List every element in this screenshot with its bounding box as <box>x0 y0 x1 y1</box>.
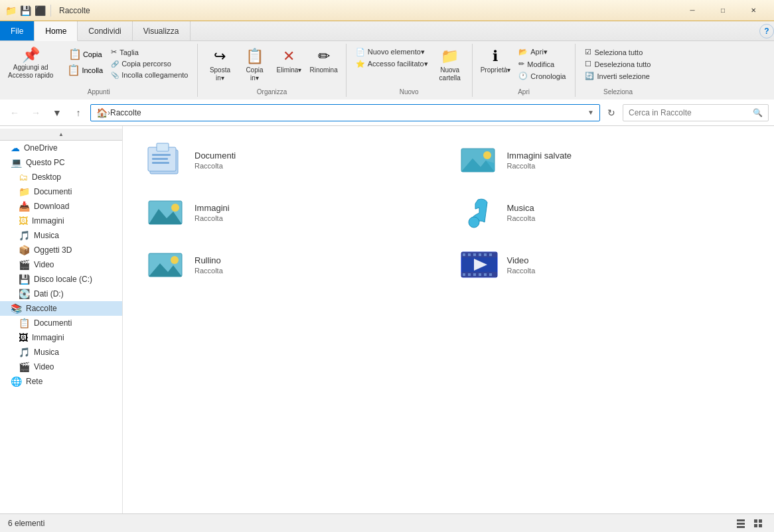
ribbon-items-organizza: ↪ Spostain▾ 📋 Copiain▾ ✕ Elimina▾ ✏ Rino… <box>203 44 340 87</box>
ribbon-group-appunti: 📌 Aggiungi adAccesso rapido 📋 Copia 📋 In… <box>0 44 198 97</box>
tab-home[interactable]: Home <box>35 21 78 41</box>
address-dropdown-btn[interactable]: ▼ <box>587 109 594 116</box>
documenti-icon: 📁 <box>19 186 30 197</box>
aggiungi-label: Aggiungi adAccesso rapido <box>8 64 53 80</box>
apri-col: 📂 Apri▾ ✏ Modifica 🕐 Cronologia <box>514 46 570 82</box>
copia-percorso-btn[interactable]: 🔗 Copia percorso <box>107 58 192 69</box>
large-icons-view-btn[interactable] <box>750 515 766 531</box>
svg-rect-29 <box>479 273 481 276</box>
title-text: Raccolte <box>59 6 673 15</box>
invert-icon: 🔄 <box>585 72 594 80</box>
sidebar-item-musica[interactable]: 🎵 Musica <box>0 228 122 243</box>
onedrive-icon: ☁ <box>11 143 20 153</box>
details-view-btn[interactable] <box>733 515 749 531</box>
elimina-btn[interactable]: ✕ Elimina▾ <box>272 46 305 76</box>
aggiungi-accesso-btn[interactable]: 📌 Aggiungi adAccesso rapido <box>5 46 56 81</box>
sidebar-item-disco-c[interactable]: 💾 Disco locale (C:) <box>0 272 122 287</box>
svg-rect-27 <box>468 273 471 276</box>
search-input[interactable] <box>629 108 750 117</box>
deseleziona-tutto-btn[interactable]: ☐ Deseleziona tutto <box>581 58 655 70</box>
sidebar-item-raccolte-documenti[interactable]: 📋 Documenti <box>0 316 122 330</box>
ribbon-group-organizza: ↪ Spostain▾ 📋 Copiain▾ ✕ Elimina▾ ✏ Rino… <box>198 44 346 97</box>
recent-locations-button[interactable]: ▼ <box>48 103 66 122</box>
rinomina-btn[interactable]: ✏ Rinomina <box>307 46 340 76</box>
documenti-name: Documenti <box>194 151 236 161</box>
documenti-collection-icon <box>147 142 187 178</box>
sidebar-item-download[interactable]: 📥 Download <box>0 199 122 214</box>
scroll-up-btn[interactable]: ▲ <box>0 129 122 141</box>
apri-btn[interactable]: 📂 Apri▾ <box>514 46 570 58</box>
address-bar[interactable]: 🏠 › Raccolte ▼ <box>90 104 600 121</box>
nuovo-elemento-btn[interactable]: 📄 Nuovo elemento▾ <box>352 46 432 58</box>
sidebar-item-desktop[interactable]: 🗂 Desktop <box>0 170 122 184</box>
incolla-collegamento-btn[interactable]: 📎 Incolla collegamento <box>107 70 192 80</box>
video-name: Video <box>507 255 536 265</box>
accesso-facilitato-btn[interactable]: ⭐ Accesso facilitato▾ <box>352 58 432 70</box>
close-button[interactable]: ✕ <box>738 0 769 21</box>
collection-immagini-salvate[interactable]: Immagini salvate Raccolta <box>451 137 759 184</box>
musica-icon: 🎵 <box>19 230 30 241</box>
svg-rect-22 <box>473 253 476 256</box>
sidebar-item-raccolte[interactable]: 📚 Raccolte <box>0 301 122 316</box>
desktop-icon: 🗂 <box>19 172 28 182</box>
proprieta-btn[interactable]: ℹ Proprietà▾ <box>478 46 514 76</box>
collection-rullino[interactable]: Rullino Raccolta <box>139 241 446 289</box>
tab-help[interactable]: ? <box>759 24 774 38</box>
collection-video[interactable]: Video Raccolta <box>451 241 759 289</box>
back-button[interactable]: ← <box>5 103 24 122</box>
raccolte-label: Raccolte <box>26 304 57 313</box>
taglia-btn[interactable]: ✂ Taglia <box>107 46 192 58</box>
undo-icon: ⬛ <box>35 5 45 16</box>
refresh-button[interactable]: ↻ <box>603 104 620 121</box>
sidebar-item-oggetti-3d[interactable]: 📦 Oggetti 3D <box>0 243 122 257</box>
minimize-button[interactable]: ─ <box>677 0 708 21</box>
app-icon: 📁 <box>5 5 16 16</box>
sidebar-item-raccolte-video[interactable]: 🎬 Video <box>0 360 122 374</box>
svg-rect-36 <box>754 519 757 523</box>
sidebar-item-rete[interactable]: 🌐 Rete <box>0 374 122 389</box>
collection-musica[interactable]: Musica Raccolta <box>451 189 759 236</box>
inverti-selezione-btn[interactable]: 🔄 Inverti selezione <box>581 70 655 82</box>
questo-pc-icon: 💻 <box>11 157 22 168</box>
open-icon: 📂 <box>518 48 528 56</box>
collection-documenti[interactable]: Documenti Raccolta <box>139 137 446 184</box>
sidebar-item-video[interactable]: 🎬 Video <box>0 257 122 272</box>
nuova-cartella-btn[interactable]: 📁 Nuovacartella <box>433 46 467 84</box>
sidebar-item-onedrive[interactable]: ☁ OneDrive <box>0 141 122 155</box>
copia-label: Copia <box>83 50 102 58</box>
sidebar-item-questo-pc[interactable]: 💻 Questo PC <box>0 155 122 170</box>
maximize-button[interactable]: □ <box>708 0 738 21</box>
sposta-btn[interactable]: ↪ Spostain▾ <box>203 46 236 84</box>
appunti-label: Appunti <box>5 87 192 97</box>
immagini-name: Immagini <box>194 203 230 213</box>
questo-pc-label: Questo PC <box>26 158 65 167</box>
sidebar-item-dati-d[interactable]: 💽 Dati (D:) <box>0 287 122 301</box>
ribbon-items-nuovo: 📄 Nuovo elemento▾ ⭐ Accesso facilitato▾ … <box>352 44 467 87</box>
up-button[interactable]: ↑ <box>69 103 88 122</box>
download-icon: 📥 <box>19 201 30 212</box>
address-area: ← → ▼ ↑ 🏠 › Raccolte ▼ ↻ 🔍 <box>0 100 774 126</box>
forward-button[interactable]: → <box>27 103 45 122</box>
seleziona-tutto-btn[interactable]: ☑ Seleziona tutto <box>581 46 655 58</box>
sidebar-item-raccolte-immagini[interactable]: 🖼 Immagini <box>0 330 122 345</box>
copia-in-btn[interactable]: 📋 Copiain▾ <box>238 46 271 84</box>
desktop-label: Desktop <box>32 172 61 182</box>
svg-rect-39 <box>759 524 762 527</box>
tab-file[interactable]: File <box>0 21 35 40</box>
view-controls <box>733 515 766 531</box>
raccolta-vid-icon: 🎬 <box>19 362 30 372</box>
sidebar-item-raccolte-musica[interactable]: 🎵 Musica <box>0 345 122 360</box>
search-bar[interactable]: 🔍 <box>623 104 769 121</box>
collection-immagini[interactable]: Immagini Raccolta <box>139 189 446 236</box>
sidebar-item-documenti[interactable]: 📁 Documenti <box>0 184 122 199</box>
copia-btn[interactable]: 📋 Copia <box>64 46 106 62</box>
video-label: Video <box>34 260 54 269</box>
cronologia-btn[interactable]: 🕐 Cronologia <box>514 70 570 82</box>
seleziona-col: ☑ Seleziona tutto ☐ Deseleziona tutto 🔄 … <box>581 46 655 82</box>
incolla-btn[interactable]: 📋 Incolla <box>64 62 106 78</box>
modifica-btn[interactable]: ✏ Modifica <box>514 58 570 70</box>
copy-icon: 📋 <box>68 48 82 60</box>
tab-visualizza[interactable]: Visualizza <box>133 21 191 40</box>
sidebar-item-immagini[interactable]: 🖼 Immagini <box>0 214 122 228</box>
tab-condividi[interactable]: Condividi <box>78 21 132 40</box>
